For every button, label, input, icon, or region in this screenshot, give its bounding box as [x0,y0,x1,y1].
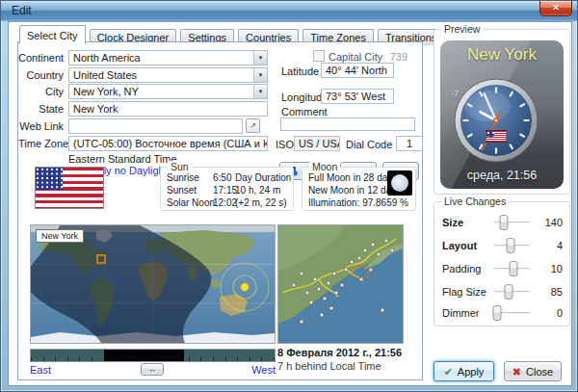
live-changes-group: Live Changes Size 140 Layout 4 Padding 1… [434,201,570,327]
region-map-image [278,225,403,343]
size-slider[interactable] [494,215,530,230]
live-changes-legend: Live Changes [441,196,509,207]
country-flag [35,167,104,209]
timezone-value: (UTC-05:00) Восточное время (США и Канад… [73,138,268,149]
world-map[interactable]: New York [30,224,276,344]
layout-value: 4 [538,240,563,251]
padding-slider-thumb[interactable] [509,261,517,276]
chevron-down-icon: ▼ [253,68,267,82]
dimmer-value: 0 [538,307,563,319]
dial-code-field[interactable]: 1 [396,136,423,151]
solar-noon-value: 12:02 [213,197,237,208]
region-map[interactable] [277,224,404,344]
world-map-image [31,225,275,343]
preview-group: Preview New York -7 [434,29,570,195]
dimmer-slider[interactable] [494,305,530,321]
chevron-down-icon: ▼ [253,51,267,65]
latitude-value: 40° 44' North [326,65,387,76]
sun-legend: Sun [168,161,192,172]
latitude-label: Latitude [281,65,319,77]
city-select[interactable]: New York, NY ▼ [68,84,268,99]
iso-field: US / USA [294,136,340,151]
size-label: Size [442,217,486,228]
timezone-field[interactable]: (UTC-05:00) Восточное время (США и Канад… [68,136,268,151]
padding-slider[interactable] [494,261,530,276]
moon-group: Moon Full Moon in 28 days New Moon in 12… [302,167,416,211]
longitude-field[interactable]: 73° 53' West [321,89,394,104]
size-slider-thumb[interactable] [499,215,508,230]
offset-note-text: 7 h behind Local Time [277,360,381,372]
moon-legend: Moon [309,161,340,172]
window-title: Edit [12,4,32,17]
east-link[interactable]: East [30,364,51,376]
padding-value: 10 [538,263,563,274]
size-row: Size 140 [442,215,563,230]
map-city-label: New York [36,229,84,243]
apply-button[interactable]: ✔ Apply [434,361,494,381]
city-label: City [18,86,64,97]
capital-city-label: Capital City [328,51,382,63]
day-duration-label: Day Duration [235,172,291,183]
weblink-field[interactable] [68,118,243,134]
continent-value: North America [73,52,141,64]
open-weblink-button[interactable]: ↗ [246,118,260,133]
day-duration-delta: (+2 m, 22 s) [235,197,287,208]
iso-value: US / USA [299,138,340,149]
local-datetime-text: 8 Февраля 2012 г., 21:56 [277,347,402,358]
layout-slider-thumb[interactable] [507,238,515,253]
cross-icon: ✖ [512,367,521,377]
close-button[interactable]: ✖ Close [504,361,562,381]
country-label: Country [18,69,64,81]
tab-select-city[interactable]: Select City [19,25,86,44]
continent-select[interactable]: North America ▼ [68,50,268,65]
layout-row: Layout 4 [442,238,563,253]
close-icon: ✕ [552,3,560,13]
state-field[interactable]: New York [68,101,268,117]
dialog-content: Select City Clock Designer Settings Coun… [8,21,572,386]
dial-code-value: 1 [407,138,412,149]
timezone-label: Time Zone [18,138,64,149]
timeline-night-band [104,350,184,361]
swap-arrow-icon: ↔ [148,365,156,374]
country-select[interactable]: United States ▼ [68,67,268,83]
sunset-value: 17:15 [213,185,237,196]
timeline-swap-button[interactable]: ↔ [141,363,164,376]
sunrise-value: 6:50 [213,172,231,183]
state-value: New York [73,103,118,115]
preview-legend: Preview [441,23,483,35]
flag-size-label: Flag Size [442,286,486,298]
flag-size-slider[interactable] [494,284,530,300]
analog-clock [453,77,539,164]
external-link-icon: ↗ [250,121,256,130]
tab-bar: Select City Clock Designer Settings Coun… [19,25,505,42]
moon-phase-icon [387,170,412,196]
sunrise-label: Sunrise [167,172,199,183]
preview-datetime: среда, 21:56 [440,169,564,182]
titlebar[interactable]: Edit ✕ [1,1,577,21]
flag-size-row: Flag Size 85 [442,284,563,300]
preview-utc-offset: -7 [451,89,459,98]
full-moon-text: Full Moon in 28 days [308,172,397,183]
illumination-text: Illumination: 97.8659 % [308,197,408,208]
latitude-field[interactable]: 40° 44' North [321,63,394,78]
chevron-down-icon: ▼ [253,85,267,98]
capital-city-checkbox[interactable] [313,50,325,62]
flag-size-value: 85 [538,286,563,298]
dimmer-slider-thumb[interactable] [492,305,501,321]
day-night-timeline[interactable] [30,349,276,362]
select-city-page: Continent North America ▼ Country United… [17,41,423,380]
dial-code-label: Dial Code [346,139,392,150]
size-value: 140 [538,217,563,228]
close-window-button[interactable]: ✕ [539,1,572,16]
comment-field[interactable] [280,118,415,131]
west-link[interactable]: West [247,364,276,376]
sun-group: Sun Sunrise 6:50 Day Duration Sunset 17:… [160,167,294,211]
preview-city-name: New York [440,45,564,65]
solar-noon-label: Solar Noon [167,197,215,208]
flag-size-slider-thumb[interactable] [505,284,513,300]
padding-row: Padding 10 [442,261,563,276]
record-number: 739 [379,51,407,63]
dimmer-row: Dimmer 0 [442,305,563,321]
check-icon: ✔ [444,367,453,377]
layout-slider[interactable] [494,238,530,253]
